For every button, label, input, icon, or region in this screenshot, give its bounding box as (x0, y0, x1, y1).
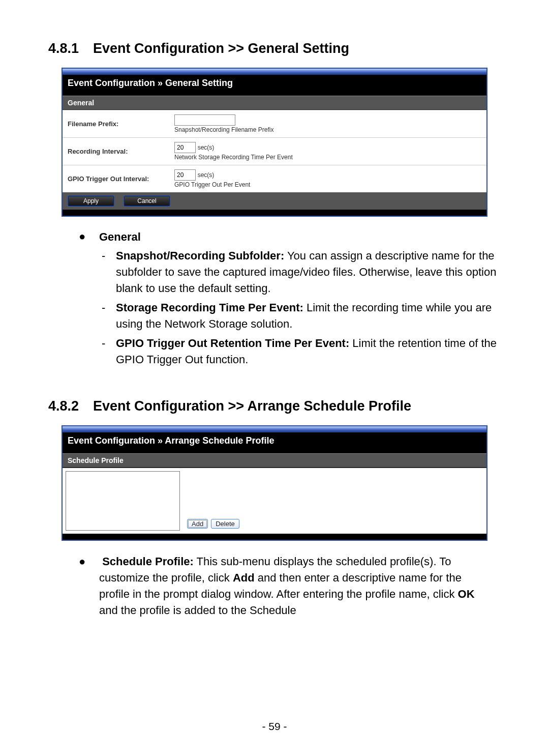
dash-item-subfolder: - Snapshot/Recording Subfolder: You can … (102, 248, 501, 297)
bold-ok: OK (458, 588, 475, 600)
general-setting-panel: Event Configuration » General Setting Ge… (62, 68, 487, 217)
hint-gpio-interval: GPIO Trigger Out Per Event (174, 181, 250, 188)
cancel-button[interactable]: Cancel (124, 195, 170, 207)
dash-item-gpio: - GPIO Trigger Out Retention Time Per Ev… (102, 335, 501, 368)
label-gpio-interval: GPIO Trigger Out Interval: (63, 165, 169, 193)
panel-bottom-strip (63, 534, 486, 540)
bold-add: Add (233, 571, 255, 584)
bold-gpio: GPIO Trigger Out Retention Time Per Even… (116, 337, 349, 350)
panel-button-row: Apply Cancel (63, 192, 486, 210)
bullet-general: General (99, 229, 141, 245)
dash-item-storage: - Storage Recording Time Per Event: Limi… (102, 300, 501, 332)
section-title: Event Configuration >> Arrange Schedule … (93, 398, 411, 414)
schedule-profile-panel: Event Configuration » Arrange Schedule P… (62, 425, 487, 541)
panel-bottom-strip (63, 210, 486, 216)
bullet-icon: ● (79, 554, 99, 570)
schedule-profile-listbox[interactable] (66, 471, 180, 531)
page-number: - 59 - (0, 720, 549, 733)
unit-gpio-interval: sec(s) (198, 171, 215, 179)
window-titlebar (63, 69, 486, 75)
para-t3: and the profile is added to the Schedule (99, 604, 296, 617)
panel-breadcrumb: Event Configuration » Arrange Schedule P… (63, 432, 486, 453)
section-heading-481: 4.8.1 Event Configuration >> General Set… (48, 41, 501, 56)
row-gpio-interval: GPIO Trigger Out Interval: sec(s) GPIO T… (63, 165, 486, 193)
bullet-icon: ● (79, 229, 99, 245)
dash-icon: - (102, 300, 116, 332)
section-number: 4.8.1 (48, 41, 93, 56)
unit-recording-interval: sec(s) (198, 144, 215, 151)
bold-subfolder: Snapshot/Recording Subfolder: (116, 249, 284, 262)
hint-recording-interval: Network Storage Recording Time Per Event (174, 154, 293, 161)
filename-prefix-input[interactable] (174, 114, 235, 126)
gpio-interval-input[interactable] (174, 169, 196, 181)
label-filename-prefix: Filename Prefix: (63, 110, 169, 138)
row-filename-prefix: Filename Prefix: Snapshot/Recording File… (63, 110, 486, 138)
hint-filename-prefix: Snapshot/Recording Filename Prefix (174, 126, 273, 133)
section-title: Event Configuration >> General Setting (93, 41, 349, 56)
label-recording-interval: Recording Interval: (63, 138, 169, 165)
dash-icon: - (102, 335, 116, 368)
section-number: 4.8.2 (48, 398, 93, 414)
panel-band-general: General (63, 96, 486, 110)
schedule-paragraph: ● Schedule Profile: This sub-menu displa… (99, 554, 480, 619)
bold-schedule-profile: Schedule Profile: (102, 555, 194, 568)
panel-band-schedule: Schedule Profile (63, 453, 486, 468)
add-button[interactable]: Add (187, 519, 208, 529)
recording-interval-input[interactable] (174, 142, 196, 153)
row-recording-interval: Recording Interval: sec(s) Network Stora… (63, 138, 486, 165)
apply-button[interactable]: Apply (68, 195, 114, 207)
window-titlebar (63, 426, 486, 432)
panel-breadcrumb: Event Configuration » General Setting (63, 75, 486, 96)
delete-button[interactable]: Delete (211, 519, 239, 529)
section-heading-482: 4.8.2 Event Configuration >> Arrange Sch… (48, 398, 501, 414)
dash-icon: - (102, 248, 116, 297)
bold-storage: Storage Recording Time Per Event: (116, 301, 303, 314)
